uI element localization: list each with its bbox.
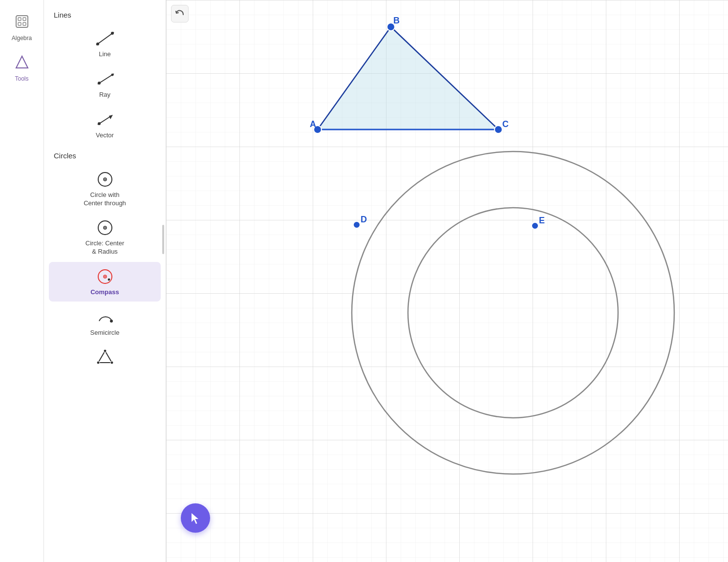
main-canvas-svg: B A C D E [166, 0, 728, 562]
sidebar-item-algebra-label: Algebra [12, 35, 32, 42]
svg-rect-3 [18, 22, 21, 25]
ray-icon [95, 69, 115, 89]
tool-semicircle[interactable]: Semicircle [49, 303, 161, 342]
svg-marker-32 [318, 27, 498, 130]
circle-center-radius-icon [95, 218, 115, 238]
svg-marker-14 [109, 115, 113, 119]
fab-cursor-button[interactable] [181, 503, 210, 533]
svg-point-7 [96, 43, 99, 45]
tool-circle-center-radius[interactable]: Circle: Center& Radius [49, 213, 161, 261]
svg-marker-5 [16, 56, 28, 68]
svg-point-36 [387, 23, 395, 31]
polygon-icon [95, 348, 115, 367]
line-icon [95, 29, 115, 48]
tool-ray[interactable]: Ray [49, 65, 161, 104]
compass-icon [95, 267, 115, 286]
tool-line-label: Line [99, 50, 111, 59]
canvas-area[interactable]: B A C D E [166, 0, 728, 562]
semicircle-icon [95, 307, 115, 327]
svg-point-8 [111, 32, 114, 35]
svg-line-33 [318, 27, 391, 130]
sidebar-item-tools-label: Tools [15, 75, 28, 82]
svg-point-43 [408, 208, 618, 418]
lines-section-title: Lines [44, 5, 166, 23]
svg-rect-4 [23, 22, 26, 25]
svg-rect-0 [16, 16, 28, 27]
vector-icon [95, 110, 115, 130]
tool-vector-label: Vector [96, 131, 114, 140]
tool-ray-label: Ray [99, 91, 110, 99]
sidebar: Algebra Tools [0, 0, 44, 562]
svg-point-42 [352, 151, 674, 474]
svg-text:B: B [393, 16, 400, 25]
svg-point-28 [110, 361, 113, 364]
tool-vector[interactable]: Vector [49, 105, 161, 145]
svg-line-34 [391, 27, 498, 130]
svg-point-37 [314, 126, 321, 133]
circle-center-through-icon [95, 170, 115, 189]
tools-icon [14, 54, 30, 73]
svg-point-24 [107, 278, 110, 281]
tool-circle-center-radius-label: Circle: Center& Radius [86, 239, 124, 256]
tool-circle-center-through-label: Circle withCenter through [84, 191, 126, 208]
tool-compass-label: Compass [90, 288, 119, 297]
svg-point-38 [494, 126, 502, 133]
svg-point-25 [110, 320, 113, 323]
sidebar-item-algebra[interactable]: Algebra [2, 10, 42, 45]
tool-line[interactable]: Line [49, 24, 161, 64]
svg-point-29 [97, 361, 100, 364]
svg-text:A: A [310, 119, 316, 129]
svg-point-20 [104, 227, 106, 229]
svg-rect-1 [18, 18, 21, 21]
svg-text:E: E [539, 216, 545, 225]
svg-point-27 [104, 349, 107, 352]
svg-rect-2 [23, 18, 26, 21]
svg-text:D: D [361, 215, 367, 224]
undo-button[interactable] [171, 5, 189, 22]
svg-line-6 [96, 32, 114, 45]
tool-circle-center-through[interactable]: Circle withCenter through [49, 165, 161, 213]
panel-scrollbar[interactable] [162, 225, 164, 254]
tools-panel: Lines Line Ray [44, 0, 166, 562]
tool-semicircle-label: Semicircle [90, 329, 120, 337]
toolbar-top [171, 5, 189, 22]
svg-point-11 [111, 73, 113, 76]
svg-marker-26 [98, 351, 112, 363]
tool-polygon[interactable] [49, 343, 161, 374]
svg-point-23 [104, 276, 106, 278]
svg-point-13 [98, 122, 101, 125]
svg-point-46 [532, 222, 538, 229]
svg-text:C: C [502, 119, 509, 129]
svg-point-10 [98, 82, 101, 85]
svg-rect-31 [166, 0, 728, 562]
sidebar-item-tools[interactable]: Tools [2, 50, 42, 86]
svg-point-44 [353, 221, 360, 228]
circles-section-title: Circles [44, 146, 166, 164]
algebra-icon [14, 14, 30, 33]
svg-point-17 [104, 178, 106, 180]
tool-compass[interactable]: Compass [49, 262, 161, 302]
